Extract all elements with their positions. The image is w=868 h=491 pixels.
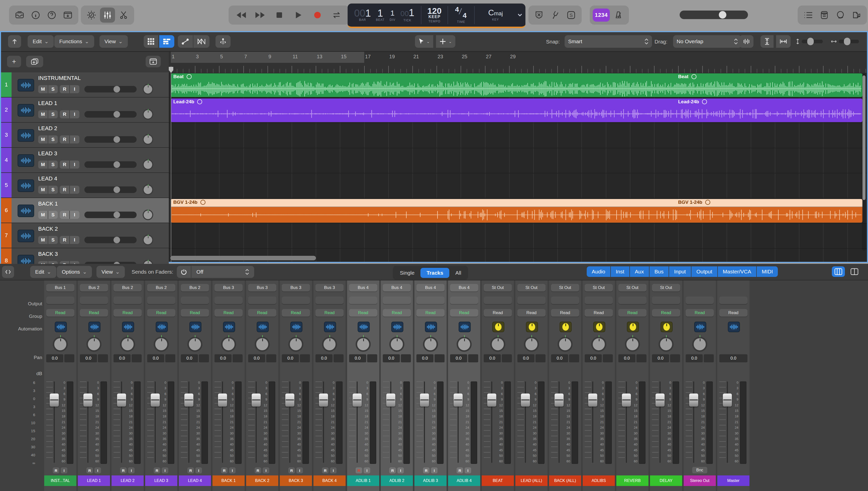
track-volume-slider[interactable] [84,211,136,218]
channel-strip-lead-4[interactable]: Bus 2Read0.003691215182124303540455060RI… [179,281,211,491]
track-pan-knob[interactable] [143,184,153,195]
smart-controls-icon[interactable] [84,7,99,23]
pan-knob[interactable] [154,337,169,352]
input-monitor-button[interactable]: I [162,467,168,473]
channel-strip-name[interactable]: Stereo Out [684,475,716,486]
input-monitor-button[interactable]: I [229,467,236,473]
channel-strip-name[interactable]: BACK 1 [213,475,245,486]
record-enable-button[interactable]: R [60,211,69,219]
channel-strip-master[interactable]: Read0.003691215182124303540455060MDMaste… [717,281,749,491]
mute-button[interactable]: M [38,186,48,194]
volume-db-value[interactable]: 0.0 [618,354,636,362]
channel-strip-lead-all-[interactable]: St OutRead0.003691215182124303540455060M… [516,281,548,491]
group-button[interactable] [248,296,276,304]
horizontal-zoom-knob[interactable] [844,38,850,45]
output-button[interactable]: Bus 3 [315,284,344,291]
group-button[interactable] [551,296,579,304]
record-enable-button[interactable]: R [255,467,261,473]
region-beat[interactable]: BeatBeat [171,74,863,97]
volume-db-value[interactable]: 0.0 [248,354,265,362]
channel-strip-name[interactable]: BACK 3 [280,475,312,486]
arrange-area[interactable]: 1357911131517192123252729 BeatBeatLead-2… [169,52,867,262]
input-monitor-button[interactable]: I [297,467,303,473]
input-monitor-button[interactable]: I [397,467,404,473]
output-button[interactable]: St Out [551,284,579,291]
flex-icon[interactable] [216,35,230,48]
pan-knob[interactable] [355,337,371,352]
channel-strip-back-2[interactable]: Bus 3Read0.003691215182124303540455060RI… [246,281,278,491]
output-button[interactable]: St Out [618,284,647,291]
track-volume-knob[interactable] [114,211,120,218]
input-monitor-button[interactable]: I [128,467,135,473]
edit-menu[interactable]: Edit⌄ [28,35,54,48]
arrange-track-lane[interactable]: Lead-24bLead-24b [169,98,867,123]
master-volume-slider[interactable] [680,10,748,19]
automation-button[interactable]: Read [349,309,377,317]
record-enable-button[interactable]: R [60,136,69,143]
channel-strip-name[interactable]: BACK 2 [246,475,278,486]
group-button[interactable] [181,296,209,304]
solo-button[interactable]: S [48,186,58,194]
pan-knob[interactable] [187,337,203,352]
group-button[interactable] [618,296,647,304]
channel-strip-stereo-out[interactable]: Read0.003691215182124303540455060BncMSSt… [684,281,716,491]
solo-button[interactable]: S [48,161,58,169]
output-button[interactable]: Bus 2 [181,284,209,291]
channel-strip-adlib-2[interactable]: Bus 4Read0.003691215182124303540455060RI… [381,281,413,491]
master-volume-knob[interactable] [719,11,726,19]
output-button[interactable]: Bus 2 [147,284,175,291]
input-monitor-button[interactable]: I [61,467,67,473]
volume-db-value[interactable]: 0.0 [315,354,333,362]
automation-button[interactable]: Read [215,309,243,317]
input-monitor-button[interactable]: I [70,236,80,244]
input-monitor-button[interactable]: I [94,467,101,473]
output-button[interactable]: Bus 2 [114,284,142,291]
volume-db-value[interactable]: 0.0 [450,354,467,362]
output-button[interactable]: Bus 2 [80,284,108,291]
input-monitor-button[interactable]: I [330,467,337,473]
record-enable-button[interactable]: R [60,110,69,118]
pan-knob[interactable] [591,337,606,352]
arrange-vertical-scrollbar[interactable] [862,74,866,251]
channel-strip-delay[interactable]: St OutRead0.003691215182124303540455060M… [650,281,682,491]
track-volume-slider[interactable] [84,237,136,243]
tracks-view-icon[interactable] [159,35,174,48]
track-header-lead-4[interactable]: 5LEAD 4MSRI [1,173,169,198]
track-pan-knob[interactable] [143,235,153,245]
list-editors-icon[interactable] [801,7,816,23]
play-icon[interactable] [291,7,306,23]
record-enable-button[interactable]: R [53,467,59,473]
record-enable-button[interactable]: R [389,467,396,473]
channel-strip-adlib-3[interactable]: Bus 4Read0.003691215182124303540455060RI… [414,281,446,491]
group-button[interactable] [686,296,714,304]
automation-button[interactable]: Read [450,309,478,317]
track-volume-slider[interactable] [84,86,136,92]
pan-knob[interactable] [120,337,135,352]
input-monitor-button[interactable]: I [431,467,437,473]
lcd-chevron-down-icon[interactable] [516,3,525,27]
automation-button[interactable]: Read [181,309,209,317]
region-bgv-1-24b[interactable]: BGV 1-24bBGV 1-24b [171,199,863,223]
volume-db-value[interactable]: 0.0 [686,354,703,362]
track-volume-knob[interactable] [114,161,120,168]
forward-icon[interactable] [253,7,268,23]
channel-strip-name[interactable]: ADLIB 3 [414,475,446,486]
pan-knob[interactable] [86,337,101,352]
track-volume-knob[interactable] [114,237,120,243]
replace-icon[interactable] [531,7,547,23]
automation-button[interactable]: Read [551,309,579,317]
volume-db-value[interactable]: 0.0 [349,354,366,362]
output-button[interactable]: Bus 1 [46,284,74,291]
record-enable-button[interactable]: R [154,467,160,473]
lcd-display[interactable]: 001 BAR 1 BEAT 1 DIV 001 TICK 120 [348,3,525,28]
channel-strip-back-all-[interactable]: St OutRead0.003691215182124303540455060M… [549,281,581,491]
automation-button[interactable]: Read [517,309,546,317]
metronome-icon[interactable] [611,7,626,23]
input-monitor-button[interactable]: I [70,161,80,169]
functions-menu[interactable]: Functions⌄ [54,35,94,48]
volume-db-value[interactable]: 0.0 [46,354,63,362]
track-pan-knob[interactable] [143,159,153,170]
pan-knob[interactable] [255,337,270,352]
arrange-track-lane[interactable] [169,173,867,199]
pan-knob[interactable] [389,337,404,352]
